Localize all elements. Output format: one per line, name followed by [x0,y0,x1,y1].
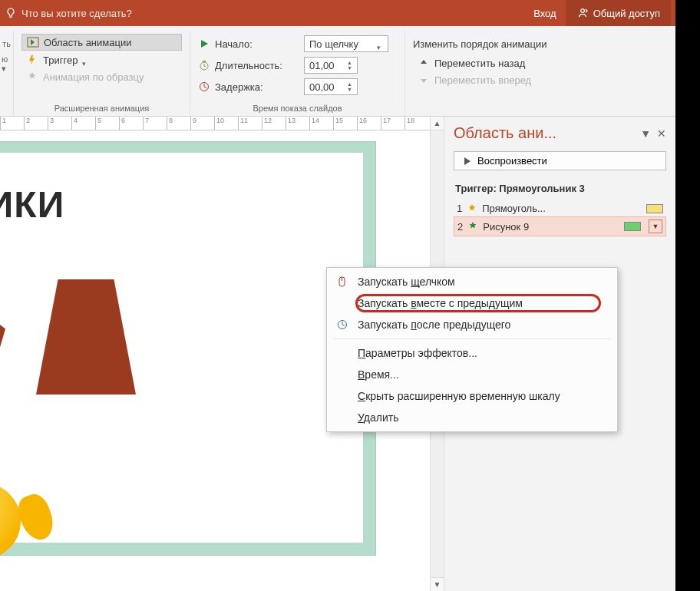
group-title-adv-anim: Расширенная анимация [21,99,182,116]
entrance-star-icon [467,221,478,232]
animation-item[interactable]: 1 Прямоуголь... [454,200,666,216]
delay-icon [198,81,210,93]
group-title-timing: Время показа слайдов [198,99,397,116]
ribbon-group-reorder: Изменить порядок анимации Переместить на… [405,31,597,116]
trigger-icon [26,54,38,66]
pentagon-shape[interactable] [0,291,5,391]
context-menu: Запускать щелчком Запускать вместе с пре… [326,267,618,432]
tell-me-prompt[interactable]: Что вы хотите сделать? [21,8,132,19]
reorder-heading: Изменить порядок анимации [413,34,589,54]
menu-effect-options[interactable]: Параметры эффектов... [327,342,617,364]
delay-spin[interactable]: 00,00 ▲▼ [304,78,358,95]
emoji-face-image[interactable] [0,483,21,560]
delay-label: Задержка: [215,81,299,93]
menu-hide-timeline[interactable]: Скрыть расширенную временную шкалу [327,385,617,407]
timeline-swatch [646,204,663,213]
tell-me-icon [5,7,17,19]
start-combo[interactable]: По щелчку [304,35,388,52]
menu-start-on-click[interactable]: Запускать щелчком [327,271,617,292]
sign-in-button[interactable]: Вход [524,0,565,26]
arrow-down-icon [418,74,430,86]
trigger-button[interactable]: Триггер [21,52,182,68]
move-earlier-button[interactable]: Переместить назад [413,55,589,71]
chevron-down-icon [82,57,88,63]
share-button[interactable]: Общий доступ [566,0,671,26]
duration-icon [198,59,210,71]
trapezoid-shape[interactable] [36,279,136,395]
start-label: Начало: [215,38,299,50]
slide: ЛЬНИКИ [0,141,376,556]
scroll-up-button[interactable]: ▲ [431,117,444,130]
svg-point-0 [580,9,584,13]
share-label: Общий доступ [593,8,660,19]
menu-start-after-previous[interactable]: Запускать после предыдущего [327,314,617,335]
menu-start-with-previous[interactable]: Запускать вместе с предыдущим [327,292,617,314]
timeline-swatch [624,222,641,231]
menu-timing[interactable]: Время... [327,364,617,385]
clock-icon [335,319,350,330]
svg-rect-3 [203,61,206,62]
slide-title-text[interactable]: ЛЬНИКИ [0,183,64,226]
ribbon-group-timing: Начало: По щелчку Длительность: 01,00 ▲▼ [190,31,405,116]
ribbon: ть ю ▾ Область анимации Триггер [0,26,675,117]
pane-close-button[interactable]: ✕ [657,127,666,140]
arrow-up-icon [418,57,430,69]
play-button[interactable]: Воспроизвести [454,151,666,170]
titlebar: Что вы хотите сделать? Вход Общий доступ [0,0,675,26]
item-menu-button[interactable]: ▼ [649,220,662,233]
scroll-down-button[interactable]: ▼ [431,577,444,591]
animation-pane-icon [27,36,39,48]
animation-item-selected[interactable]: 2 Рисунок 9 ▼ [454,216,666,236]
menu-remove[interactable]: Удалить [327,407,617,428]
emoji-hand-image[interactable] [14,490,58,544]
mouse-click-icon [335,276,350,288]
trigger-group-label: Триггер: Прямоугольник 3 [455,183,666,194]
play-icon [464,157,471,166]
entrance-star-icon [467,203,477,214]
app-window: Что вы хотите сделать? Вход Общий доступ… [0,0,675,591]
chevron-down-icon [377,41,383,47]
pane-options-button[interactable]: ▼ [640,127,651,140]
animation-painter-button: Анимация по образцу [21,69,182,84]
move-later-button: Переместить вперед [413,72,589,87]
duration-spin[interactable]: 01,00 ▲▼ [304,57,358,74]
share-icon [576,7,589,19]
animation-painter-icon [26,71,38,83]
start-play-icon [198,38,210,50]
pane-title: Область ани... [454,124,556,142]
duration-label: Длительность: [215,60,299,71]
animation-pane-button[interactable]: Область анимации [21,34,182,51]
ribbon-group-advanced-animation: Область анимации Триггер Анимация по обр… [14,31,190,116]
